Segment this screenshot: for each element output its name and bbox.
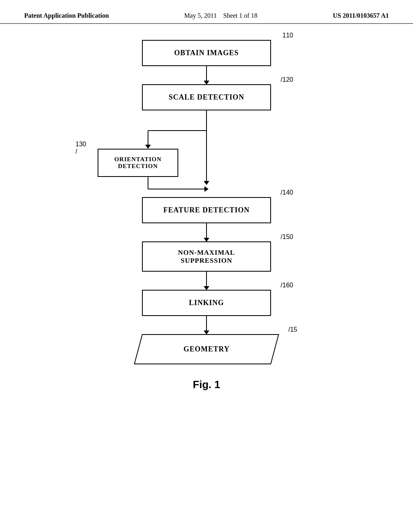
box-scale-detection: SCALE DETECTION bbox=[142, 84, 271, 110]
date-label: May 5, 2011 bbox=[184, 12, 217, 19]
sheet-label: Sheet 1 of 18 bbox=[223, 12, 257, 19]
label-scale-detection: SCALE DETECTION bbox=[169, 93, 244, 102]
box-linking: LINKING bbox=[142, 290, 271, 316]
ref-130: 130/ bbox=[75, 141, 86, 155]
ref-140: /140 bbox=[281, 189, 293, 196]
step-obtain-images: OBTAIN IMAGES 110 bbox=[142, 40, 271, 84]
box-orientation: ORIENTATIONDETECTION bbox=[98, 149, 178, 177]
ref-110: 110 bbox=[282, 32, 293, 39]
label-linking: LINKING bbox=[189, 299, 224, 307]
publication-label: Patent Application Publication bbox=[24, 12, 109, 19]
step-linking: LINKING /160 bbox=[142, 290, 271, 334]
ref-120: /120 bbox=[281, 76, 293, 83]
box-obtain-images: OBTAIN IMAGES bbox=[142, 40, 271, 66]
svg-marker-8 bbox=[204, 186, 209, 192]
ref-15: /15 bbox=[288, 326, 297, 333]
label-geometry: GEOMETRY bbox=[184, 345, 229, 353]
step-geometry: GEOMETRY /15 bbox=[138, 334, 275, 364]
label-nonmaximal: NON-MAXIMALSUPPRESSION bbox=[178, 249, 235, 265]
arrow-5 bbox=[206, 272, 207, 290]
page-header: Patent Application Publication May 5, 20… bbox=[0, 0, 413, 24]
ref-150: /150 bbox=[281, 233, 293, 241]
arrow-1 bbox=[206, 66, 207, 84]
label-orientation: ORIENTATIONDETECTION bbox=[114, 156, 161, 170]
step-feature-detection: FEATURE DETECTION /140 bbox=[142, 197, 271, 241]
step-scale-detection: SCALE DETECTION /120 bbox=[142, 84, 271, 110]
step-orientation: ORIENTATIONDETECTION 130/ bbox=[98, 149, 178, 177]
diagram: OBTAIN IMAGES 110 SCALE DETECTION /120 bbox=[0, 24, 413, 372]
box-feature-detection: FEATURE DETECTION bbox=[142, 197, 271, 223]
patent-number: US 2011/0103657 A1 bbox=[333, 12, 389, 19]
svg-marker-5 bbox=[204, 181, 209, 185]
arrow-4 bbox=[206, 223, 207, 241]
date-sheet: May 5, 2011 Sheet 1 of 18 bbox=[184, 12, 258, 19]
box-geometry: GEOMETRY bbox=[134, 334, 279, 364]
ref-160: /160 bbox=[281, 282, 293, 289]
box-nonmaximal: NON-MAXIMALSUPPRESSION bbox=[142, 241, 271, 272]
label-feature-detection: FEATURE DETECTION bbox=[163, 206, 250, 214]
label-obtain-images: OBTAIN IMAGES bbox=[174, 49, 239, 57]
figure-label: Fig. 1 bbox=[0, 378, 413, 391]
step-nonmaximal: NON-MAXIMALSUPPRESSION /150 bbox=[142, 241, 271, 290]
arrow-6 bbox=[206, 316, 207, 334]
svg-marker-3 bbox=[145, 145, 151, 149]
